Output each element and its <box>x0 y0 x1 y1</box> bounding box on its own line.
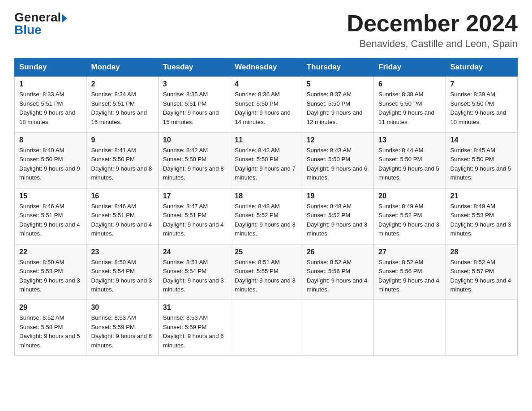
table-row: 14 Sunrise: 8:45 AM Sunset: 5:50 PM Dayl… <box>446 133 517 188</box>
day-info: Sunrise: 8:52 AM Sunset: 5:56 PM Dayligh… <box>378 258 441 295</box>
table-row: 6 Sunrise: 8:38 AM Sunset: 5:50 PM Dayli… <box>374 77 446 133</box>
table-row: 29 Sunrise: 8:52 AM Sunset: 5:58 PM Dayl… <box>15 300 86 356</box>
day-info: Sunrise: 8:50 AM Sunset: 5:53 PM Dayligh… <box>19 258 82 295</box>
table-row: 15 Sunrise: 8:46 AM Sunset: 5:51 PM Dayl… <box>15 188 86 244</box>
day-info: Sunrise: 8:51 AM Sunset: 5:54 PM Dayligh… <box>163 258 225 295</box>
table-row: 7 Sunrise: 8:39 AM Sunset: 5:50 PM Dayli… <box>446 77 517 133</box>
month-title: December 2024 <box>347 11 518 36</box>
day-number: 26 <box>307 248 369 256</box>
col-tuesday: Tuesday <box>158 58 230 77</box>
day-number: 20 <box>378 192 441 200</box>
day-number: 12 <box>307 136 369 144</box>
table-row: 18 Sunrise: 8:48 AM Sunset: 5:52 PM Dayl… <box>230 188 302 244</box>
logo-blue: Blue <box>14 23 42 37</box>
col-sunday: Sunday <box>15 58 86 77</box>
day-number: 27 <box>378 248 441 256</box>
col-wednesday: Wednesday <box>230 58 302 77</box>
day-number: 13 <box>378 136 441 144</box>
day-info: Sunrise: 8:49 AM Sunset: 5:53 PM Dayligh… <box>450 202 513 239</box>
day-info: Sunrise: 8:43 AM Sunset: 5:50 PM Dayligh… <box>307 146 369 183</box>
calendar-week-row: 22 Sunrise: 8:50 AM Sunset: 5:53 PM Dayl… <box>15 244 518 300</box>
table-row: 9 Sunrise: 8:41 AM Sunset: 5:50 PM Dayli… <box>86 133 158 188</box>
day-number: 9 <box>91 136 153 144</box>
day-number: 16 <box>91 192 153 200</box>
day-info: Sunrise: 8:35 AM Sunset: 5:51 PM Dayligh… <box>163 90 225 127</box>
calendar-table: Sunday Monday Tuesday Wednesday Thursday… <box>14 58 518 356</box>
table-row: 31 Sunrise: 8:53 AM Sunset: 5:59 PM Dayl… <box>158 300 230 356</box>
title-area: December 2024 Benavides, Castille and Le… <box>347 11 518 50</box>
day-info: Sunrise: 8:40 AM Sunset: 5:50 PM Dayligh… <box>19 146 82 183</box>
table-row: 5 Sunrise: 8:37 AM Sunset: 5:50 PM Dayli… <box>302 77 373 133</box>
logo-general: General <box>14 10 61 24</box>
table-row: 24 Sunrise: 8:51 AM Sunset: 5:54 PM Dayl… <box>158 244 230 300</box>
table-row: 2 Sunrise: 8:34 AM Sunset: 5:51 PM Dayli… <box>86 77 158 133</box>
day-info: Sunrise: 8:48 AM Sunset: 5:52 PM Dayligh… <box>307 202 369 239</box>
table-row: 16 Sunrise: 8:46 AM Sunset: 5:51 PM Dayl… <box>86 188 158 244</box>
table-row: 8 Sunrise: 8:40 AM Sunset: 5:50 PM Dayli… <box>15 133 86 188</box>
page-header: General Blue December 2024 Benavides, Ca… <box>14 11 518 50</box>
day-info: Sunrise: 8:52 AM Sunset: 5:57 PM Dayligh… <box>450 258 513 295</box>
day-info: Sunrise: 8:41 AM Sunset: 5:50 PM Dayligh… <box>91 146 153 183</box>
calendar-week-row: 8 Sunrise: 8:40 AM Sunset: 5:50 PM Dayli… <box>15 133 518 188</box>
day-info: Sunrise: 8:38 AM Sunset: 5:50 PM Dayligh… <box>378 90 441 127</box>
day-info: Sunrise: 8:46 AM Sunset: 5:51 PM Dayligh… <box>19 202 82 239</box>
table-row: 4 Sunrise: 8:36 AM Sunset: 5:50 PM Dayli… <box>230 77 302 133</box>
day-info: Sunrise: 8:52 AM Sunset: 5:56 PM Dayligh… <box>307 258 369 295</box>
col-monday: Monday <box>86 58 158 77</box>
location-title: Benavides, Castille and Leon, Spain <box>347 38 518 50</box>
table-row: 13 Sunrise: 8:44 AM Sunset: 5:50 PM Dayl… <box>374 133 446 188</box>
col-friday: Friday <box>374 58 446 77</box>
table-row: 12 Sunrise: 8:43 AM Sunset: 5:50 PM Dayl… <box>302 133 373 188</box>
day-info: Sunrise: 8:44 AM Sunset: 5:50 PM Dayligh… <box>378 146 441 183</box>
logo: General Blue <box>14 11 67 37</box>
day-number: 4 <box>235 80 297 88</box>
day-info: Sunrise: 8:39 AM Sunset: 5:50 PM Dayligh… <box>450 90 513 127</box>
day-number: 14 <box>450 136 513 144</box>
calendar-week-row: 1 Sunrise: 8:33 AM Sunset: 5:51 PM Dayli… <box>15 77 518 133</box>
day-info: Sunrise: 8:37 AM Sunset: 5:50 PM Dayligh… <box>307 90 369 127</box>
day-number: 30 <box>91 304 153 312</box>
day-info: Sunrise: 8:50 AM Sunset: 5:54 PM Dayligh… <box>91 258 153 295</box>
table-row <box>302 300 373 356</box>
table-row: 3 Sunrise: 8:35 AM Sunset: 5:51 PM Dayli… <box>158 77 230 133</box>
day-info: Sunrise: 8:49 AM Sunset: 5:52 PM Dayligh… <box>378 202 441 239</box>
day-info: Sunrise: 8:36 AM Sunset: 5:50 PM Dayligh… <box>235 90 297 127</box>
day-info: Sunrise: 8:47 AM Sunset: 5:51 PM Dayligh… <box>163 202 225 239</box>
table-row: 30 Sunrise: 8:53 AM Sunset: 5:59 PM Dayl… <box>86 300 158 356</box>
day-info: Sunrise: 8:42 AM Sunset: 5:50 PM Dayligh… <box>163 146 225 183</box>
table-row: 25 Sunrise: 8:51 AM Sunset: 5:55 PM Dayl… <box>230 244 302 300</box>
day-number: 8 <box>19 136 82 144</box>
day-info: Sunrise: 8:53 AM Sunset: 5:59 PM Dayligh… <box>91 313 153 350</box>
table-row: 27 Sunrise: 8:52 AM Sunset: 5:56 PM Dayl… <box>374 244 446 300</box>
calendar-week-row: 29 Sunrise: 8:52 AM Sunset: 5:58 PM Dayl… <box>15 300 518 356</box>
day-number: 10 <box>163 136 225 144</box>
table-row <box>230 300 302 356</box>
day-number: 5 <box>307 80 369 88</box>
day-number: 19 <box>307 192 369 200</box>
day-number: 2 <box>91 80 153 88</box>
table-row: 26 Sunrise: 8:52 AM Sunset: 5:56 PM Dayl… <box>302 244 373 300</box>
day-info: Sunrise: 8:45 AM Sunset: 5:50 PM Dayligh… <box>450 146 513 183</box>
day-number: 22 <box>19 248 82 256</box>
col-saturday: Saturday <box>446 58 517 77</box>
table-row: 1 Sunrise: 8:33 AM Sunset: 5:51 PM Dayli… <box>15 77 86 133</box>
day-info: Sunrise: 8:33 AM Sunset: 5:51 PM Dayligh… <box>19 90 82 127</box>
day-info: Sunrise: 8:34 AM Sunset: 5:51 PM Dayligh… <box>91 90 153 127</box>
day-number: 21 <box>450 192 513 200</box>
day-number: 24 <box>163 248 225 256</box>
day-number: 7 <box>450 80 513 88</box>
table-row: 10 Sunrise: 8:42 AM Sunset: 5:50 PM Dayl… <box>158 133 230 188</box>
day-info: Sunrise: 8:43 AM Sunset: 5:50 PM Dayligh… <box>235 146 297 183</box>
day-number: 31 <box>163 304 225 312</box>
table-row: 23 Sunrise: 8:50 AM Sunset: 5:54 PM Dayl… <box>86 244 158 300</box>
logo-arrow-icon <box>62 14 67 23</box>
day-number: 18 <box>235 192 297 200</box>
day-number: 17 <box>163 192 225 200</box>
table-row: 22 Sunrise: 8:50 AM Sunset: 5:53 PM Dayl… <box>15 244 86 300</box>
day-number: 28 <box>450 248 513 256</box>
calendar-week-row: 15 Sunrise: 8:46 AM Sunset: 5:51 PM Dayl… <box>15 188 518 244</box>
day-number: 25 <box>235 248 297 256</box>
table-row <box>374 300 446 356</box>
col-thursday: Thursday <box>302 58 373 77</box>
day-info: Sunrise: 8:52 AM Sunset: 5:58 PM Dayligh… <box>19 313 82 350</box>
